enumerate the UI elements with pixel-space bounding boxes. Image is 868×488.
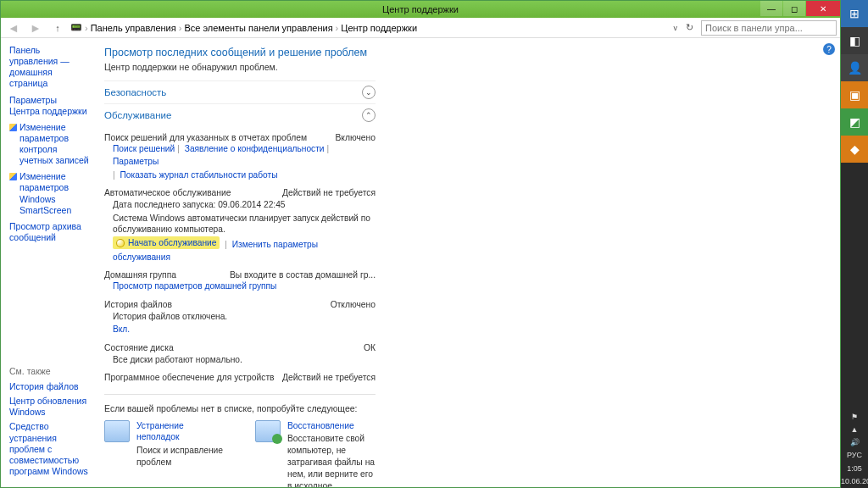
card-troubleshoot-text: Поиск и исправление проблем (136, 446, 223, 467)
crumb-action-center[interactable]: Центр поддержки (341, 23, 417, 33)
start-maintenance-highlight: Начать обслуживание (113, 236, 220, 249)
see-also-windows-update[interactable]: Центр обновления Windows (9, 396, 94, 418)
back-button[interactable]: ◄ (4, 19, 23, 36)
try-other-text: Если вашей проблемы нет в списке, попроб… (104, 403, 376, 413)
card-recovery[interactable]: ВосстановлениеВосстановите свой компьюте… (255, 420, 376, 487)
charm-tile-6[interactable]: ◆ (841, 136, 868, 163)
file-history-status: Отключено (331, 300, 376, 309)
device-software-status: Действий не требуется (282, 373, 376, 382)
charm-tile-1[interactable]: ⊞ (841, 0, 868, 27)
tray-volume-icon[interactable]: 🔊 (841, 436, 868, 449)
link-recovery[interactable]: Восстановление (287, 420, 376, 432)
auto-maint-lastrun: Дата последнего запуска: 09.06.2014 22:4… (113, 199, 376, 211)
breadcrumb[interactable]: 📟› Панель управления› Все элементы панел… (70, 22, 670, 33)
file-history-desc: История файлов отключена. (113, 311, 376, 323)
window-title: Центр поддержки (382, 4, 459, 14)
refresh-button[interactable]: ↻ (681, 22, 698, 33)
crumb-control-panel[interactable]: Панель управления (91, 23, 176, 33)
breadcrumb-dropdown-icon[interactable]: v (674, 24, 678, 32)
link-troubleshoot[interactable]: Устранение неполадок (136, 420, 225, 444)
device-software-label: Программное обеспечение для устройств (104, 373, 282, 382)
arrow-up-icon: ↑ (55, 23, 60, 33)
drive-status-value: ОК (364, 343, 376, 352)
charm-tile-2[interactable]: ◧ (841, 27, 868, 54)
report-solutions-status: Включено (336, 133, 376, 142)
troubleshoot-icon (104, 420, 130, 442)
taskbar-right: ⊞ ◧ 👤 ▣ ◩ ◆ ⚑ ▲ 🔊 РУС 1:05 10.06.2014 (841, 0, 868, 488)
link-reliability-log[interactable]: Показать журнал стабильности работы (120, 170, 278, 180)
page-title: Просмотр последних сообщений и решение п… (104, 47, 825, 58)
arrow-left-icon: ◄ (8, 21, 19, 35)
maintenance-body: Поиск решений для указанных в отчетах пр… (104, 133, 376, 487)
auto-maint-label: Автоматическое обслуживание (104, 188, 282, 197)
crumb-all-items[interactable]: Все элементы панели управления (184, 23, 332, 33)
link-start-maintenance[interactable]: Начать обслуживание (128, 236, 216, 249)
chevron-up-icon: ⌃ (362, 108, 376, 122)
navbar: ◄ ► ↑ 📟› Панель управления› Все элементы… (1, 18, 840, 38)
drive-status-label: Состояние диска (104, 343, 364, 352)
see-also-file-history[interactable]: История файлов (9, 381, 94, 392)
charm-tile-3[interactable]: 👤 (841, 54, 868, 81)
section-security[interactable]: Безопасность ⌄ (104, 80, 376, 103)
see-also-header: См. также (9, 366, 94, 376)
action-center-window: Центр поддержки — ◻ ✕ ◄ ► ↑ 📟› Панель уп… (0, 0, 841, 488)
tray-flag-icon[interactable]: ⚑ (841, 411, 868, 424)
card-recovery-text: Восстановите свой компьютер, не затрагив… (287, 434, 375, 487)
recovery-icon (255, 420, 281, 442)
section-maintenance[interactable]: Обслуживание ⌃ (104, 103, 376, 126)
see-also-compat-troubleshooter[interactable]: Средство устранения проблем с совместимо… (9, 421, 94, 477)
tray-language[interactable]: РУС (841, 449, 868, 462)
divider (104, 394, 376, 395)
file-history-label: История файлов (104, 300, 331, 309)
sidebar-message-archive[interactable]: Просмотр архива сообщений (9, 221, 89, 243)
tray-time[interactable]: 1:05 (841, 463, 868, 475)
sidebar-home-link[interactable]: Панель управления — домашняя страница (9, 45, 89, 90)
maximize-button[interactable]: ◻ (783, 1, 805, 16)
link-privacy[interactable]: Заявление о конфиденциальности (185, 144, 325, 153)
section-security-label: Безопасность (104, 87, 166, 97)
sidebar-see-also: См. также История файлов Центр обновлени… (9, 366, 94, 480)
section-maintenance-label: Обслуживание (104, 110, 171, 120)
report-solutions-label: Поиск решений для указанных в отчетах пр… (104, 133, 336, 142)
help-icon[interactable]: ? (823, 43, 835, 55)
sidebar-smartscreen-settings[interactable]: Изменение параметров Windows SmartScreen (9, 171, 89, 216)
control-panel-icon: 📟 (70, 22, 82, 33)
charm-tile-5[interactable]: ◩ (841, 108, 868, 136)
link-file-history-on[interactable]: Вкл. (113, 324, 130, 334)
up-button[interactable]: ↑ (48, 19, 67, 36)
main-content: ? Просмотр последних сообщений и решение… (94, 38, 840, 487)
homegroup-status: Вы входите в состав домашней гр... (230, 270, 376, 280)
chevron-down-icon: ⌄ (362, 86, 376, 99)
arrow-right-icon: ► (30, 21, 42, 35)
sidebar-ac-settings[interactable]: Параметры Центра поддержки (9, 95, 89, 117)
titlebar: Центр поддержки — ◻ ✕ (1, 1, 840, 18)
drive-status-desc: Все диски работают нормально. (113, 354, 376, 366)
sidebar-uac-settings[interactable]: Изменение параметров контроля учетных за… (9, 122, 89, 167)
link-homegroup-settings[interactable]: Просмотр параметров домашней группы (113, 281, 276, 291)
auto-maint-status: Действий не требуется (282, 188, 376, 197)
card-troubleshoot[interactable]: Устранение неполадокПоиск и исправление … (104, 420, 225, 487)
charm-tile-4[interactable]: ▣ (841, 81, 868, 108)
minimize-button[interactable]: — (760, 1, 782, 16)
search-input[interactable] (701, 20, 837, 36)
homegroup-label: Домашняя группа (104, 270, 230, 280)
page-subtitle: Центр поддержки не обнаружил проблем. (104, 62, 825, 72)
forward-button[interactable]: ► (26, 19, 45, 36)
sidebar: Панель управления — домашняя страница Па… (1, 38, 94, 487)
close-button[interactable]: ✕ (806, 1, 840, 16)
tray-date[interactable]: 10.06.2014 (841, 475, 868, 488)
shield-icon (116, 239, 125, 247)
link-parameters[interactable]: Параметры (113, 157, 159, 166)
link-search-solutions[interactable]: Поиск решений (113, 144, 175, 153)
tray-overflow-icon[interactable]: ▲ (841, 424, 868, 436)
window-controls: — ◻ ✕ (760, 1, 840, 18)
auto-maint-desc: Система Windows автоматически планирует … (113, 213, 376, 236)
